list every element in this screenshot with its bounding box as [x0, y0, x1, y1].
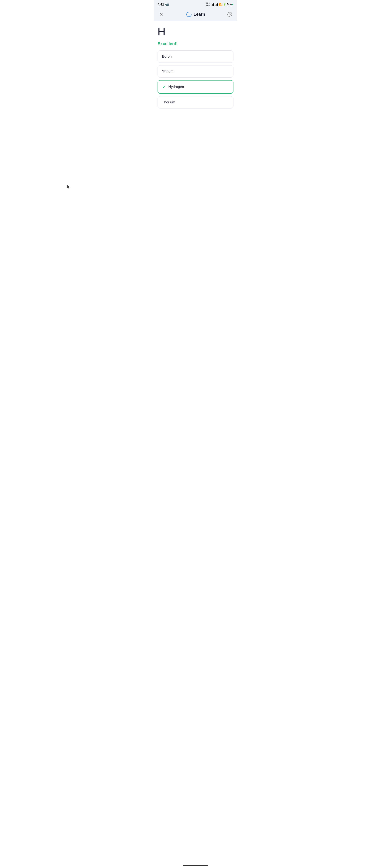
signal-bars-1	[211, 3, 214, 6]
battery-icon: 🔋	[223, 3, 226, 6]
option-thorium-label: Thorium	[162, 100, 175, 104]
status-speed: 22.1 KB/s	[206, 2, 210, 7]
status-time: 4:42	[157, 3, 164, 6]
learn-icon	[186, 11, 192, 18]
battery-percentage: 54%	[227, 3, 232, 6]
option-yttrium-label: Yttrium	[162, 69, 174, 73]
svg-point-1	[229, 14, 230, 15]
toolbar: ✕ Learn	[154, 8, 237, 21]
option-boron-label: Boron	[162, 55, 172, 59]
options-list: Boron Yttrium ✓ Hydrogen Thorium	[157, 51, 234, 108]
camera-icon: 📹	[165, 3, 169, 6]
battery-dot: ●	[232, 3, 234, 5]
gear-icon	[227, 12, 232, 17]
main-content: H Excellent! Boron Yttrium ✓ Hydrogen Th…	[154, 21, 237, 120]
option-yttrium[interactable]: Yttrium	[157, 65, 234, 78]
option-hydrogen-label: Hydrogen	[168, 85, 184, 89]
close-button[interactable]: ✕	[157, 10, 165, 18]
home-bar	[183, 865, 208, 866]
toolbar-title-text: Learn	[193, 12, 205, 17]
option-boron[interactable]: Boron	[157, 51, 234, 63]
signal-bars-2	[215, 3, 218, 6]
option-thorium[interactable]: Thorium	[157, 96, 234, 108]
toolbar-title: Learn	[186, 11, 205, 18]
question-symbol: H	[157, 26, 234, 37]
correct-checkmark: ✓	[162, 84, 166, 89]
feedback-text: Excellent!	[157, 41, 234, 46]
status-bar: 4:42 📹 22.1 KB/s 📶 🔋 54% ●	[154, 0, 237, 8]
settings-button[interactable]	[226, 10, 234, 18]
status-icons: 22.1 KB/s 📶 🔋 54% ●	[206, 2, 234, 7]
option-hydrogen[interactable]: ✓ Hydrogen	[157, 80, 234, 94]
wifi-icon: 📶	[219, 3, 222, 6]
battery-container: 🔋 54% ●	[223, 3, 234, 6]
